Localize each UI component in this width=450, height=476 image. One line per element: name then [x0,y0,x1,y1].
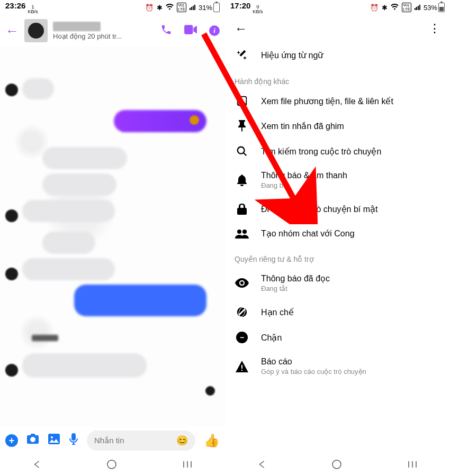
status-time: 23:26 [5,1,25,10]
row-secret-conversation[interactable]: Đi đến Cuộc trò chuyện bí mật [235,196,440,222]
video-icon[interactable] [184,24,197,38]
svg-point-8 [237,230,241,234]
signal-icon [415,5,420,10]
section-privacy-support: Quyền riêng tư & hỗ trợ [235,245,440,267]
eye-icon [235,278,249,288]
mic-icon[interactable] [69,433,78,448]
section-other-actions: Hành động khác [235,68,440,89]
nav-home-icon[interactable] [106,459,117,472]
android-navbar-right [225,455,450,476]
row-restrict[interactable]: Hạn chế [235,299,440,325]
nav-home-icon[interactable] [331,459,342,472]
message-composer: + Nhắn tin 😊 👍 [0,426,225,455]
search-icon [235,145,249,157]
alarm-icon: ⏰ [370,4,379,12]
row-block[interactable]: − Chặn [235,325,440,350]
warning-icon [235,361,249,372]
row-create-group[interactable]: Tạo nhóm chat với Cong [235,222,440,245]
nav-recent-icon[interactable] [407,460,418,471]
pin-icon [235,120,249,132]
chat-panel: 23:26 1KB/s ⏰ ✱ Vo)LTE 31% ← Hoạt động 2… [0,0,225,476]
message-input[interactable]: Nhắn tin 😊 [87,431,195,451]
settings-header: ← ⋮ [225,15,450,42]
bluetooth-icon: ✱ [157,4,163,12]
camera-icon[interactable] [26,433,39,448]
svg-point-9 [242,230,247,234]
more-icon[interactable]: ⋮ [429,22,440,35]
svg-point-4 [107,460,116,469]
settings-panel: 17:20 0KB/s ⏰ ✱ Vo)LTE 53% ← ⋮ H [225,0,450,476]
emoji-icon[interactable]: 😊 [176,435,188,446]
media-icon [235,96,249,106]
block-icon: − [235,332,249,343]
gallery-icon[interactable] [48,433,60,448]
battery-percent: 53% [424,4,437,12]
battery-icon [438,3,445,12]
row-media-files[interactable]: Xem file phương tiện, file & liên kết [235,89,440,113]
restrict-icon [235,306,249,318]
signal-icon [190,5,195,10]
nav-back-icon[interactable] [32,460,42,471]
contact-name-redacted [53,22,101,31]
status-bar-right: 17:20 0KB/s ⏰ ✱ Vo)LTE 53% [225,0,450,15]
sparkle-icon [235,49,249,61]
svg-rect-0 [184,25,193,34]
row-report[interactable]: Báo cáo Góp ý và báo cáo cuộc trò chuyện [235,350,440,382]
row-word-effects[interactable]: Hiệu ứng từ ngữ [235,42,440,68]
row-read-receipts[interactable]: Thông báo đã đọc Đang tắt [235,267,440,299]
row-pinned-messages[interactable]: Xem tin nhắn đã ghim [235,113,440,139]
svg-point-12 [332,460,341,469]
wifi-icon [166,4,174,12]
status-time: 17:20 [230,1,250,10]
row-search-conversation[interactable]: Tìm kiếm trong cuộc trò chuyện [235,139,440,164]
battery-percent: 31% [199,4,212,12]
status-bar-left: 23:26 1KB/s ⏰ ✱ Vo)LTE 31% [0,0,225,15]
volte-icon: Vo)LTE [177,3,186,12]
wifi-icon [391,4,399,12]
chat-header: ← Hoạt động 20 phút tr... i [0,15,225,47]
chat-messages[interactable] [0,47,225,426]
nav-back-icon[interactable] [257,460,267,471]
svg-rect-3 [71,433,76,441]
plus-icon[interactable]: + [5,434,18,447]
group-icon [235,229,249,239]
back-icon[interactable]: ← [5,23,19,39]
nav-recent-icon[interactable] [182,460,193,471]
avatar[interactable] [24,19,48,42]
settings-list: Hiệu ứng từ ngữ Hành động khác Xem file … [225,42,450,455]
like-icon[interactable]: 👍 [204,433,220,448]
bell-icon [235,175,249,186]
bluetooth-icon: ✱ [382,4,388,12]
android-navbar-left [0,455,225,476]
battery-icon [213,3,220,12]
info-icon[interactable]: i [209,25,220,36]
svg-point-6 [239,99,241,100]
back-icon[interactable]: ← [235,21,247,36]
alarm-icon: ⏰ [145,4,154,12]
row-notifications-sound[interactable]: Thông báo & âm thanh Đang bật [235,164,440,196]
call-icon[interactable] [160,24,172,38]
svg-point-2 [51,436,53,438]
volte-icon: Vo)LTE [402,3,411,12]
lock-icon [235,203,249,215]
svg-point-7 [238,147,245,154]
contact-activity: Hoạt động 20 phút tr... [53,32,127,40]
